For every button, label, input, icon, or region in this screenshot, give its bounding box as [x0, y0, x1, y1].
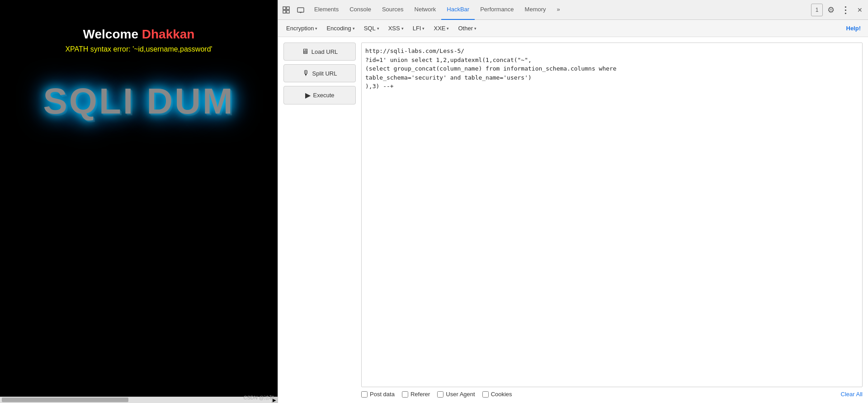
csdn-watermark: CSDN @洁和: [244, 394, 274, 401]
more-options-icon[interactable]: ⋮: [839, 4, 852, 16]
referer-checkbox-item[interactable]: Referer: [402, 391, 430, 398]
hackbar-toolbar: Encryption ▾ Encoding ▾ SQL ▾ XSS ▾ LFI …: [278, 20, 868, 37]
svg-rect-1: [287, 7, 289, 9]
load-url-button[interactable]: 🖥 Load URL: [283, 43, 356, 61]
svg-rect-0: [283, 7, 286, 9]
close-icon[interactable]: ✕: [854, 4, 866, 16]
welcome-label: Welcome: [83, 27, 138, 41]
xpath-error: XPATH syntax error: '~id,username,passwo…: [0, 45, 278, 53]
tab-count-badge[interactable]: 1: [811, 4, 823, 16]
lfi-arrow-icon: ▾: [422, 26, 425, 31]
encryption-arrow-icon: ▾: [315, 26, 317, 31]
tab-network[interactable]: Network: [409, 0, 442, 20]
welcome-container: Welcome Dhakkan: [0, 27, 278, 42]
other-arrow-icon: ▾: [474, 26, 476, 31]
hackbar-checkboxes-row: Post data Referer User Agent Cookies Cle…: [361, 391, 863, 398]
tab-elements[interactable]: Elements: [309, 0, 344, 20]
post-data-checkbox[interactable]: [361, 391, 368, 398]
encoding-arrow-icon: ▾: [353, 26, 355, 31]
user-agent-checkbox-item[interactable]: User Agent: [437, 391, 475, 398]
url-textarea[interactable]: http://sqli-labs.com/Less-5/ ?id=1' unio…: [361, 43, 863, 387]
clear-all-button[interactable]: Clear All: [841, 391, 863, 398]
menu-sql[interactable]: SQL ▾: [359, 23, 384, 33]
help-button[interactable]: Help!: [843, 23, 865, 33]
devtools-tab-bar: Elements Console Sources Network HackBar…: [278, 0, 868, 20]
hackbar-action-buttons: 🖥 Load URL 🎙 Split URL ▶ Execute: [283, 43, 356, 398]
sql-arrow-icon: ▾: [377, 26, 379, 31]
svg-rect-4: [297, 8, 304, 12]
split-url-button[interactable]: 🎙 Split URL: [283, 64, 356, 82]
sqli-logo: SQLI DUM: [0, 81, 278, 122]
cursor-icon[interactable]: [280, 4, 292, 16]
devtools-panel: Elements Console Sources Network HackBar…: [278, 0, 868, 403]
tab-hackbar[interactable]: HackBar: [441, 0, 475, 20]
browser-viewport: Welcome Dhakkan XPATH syntax error: '~id…: [0, 0, 278, 403]
tab-performance[interactable]: Performance: [475, 0, 519, 20]
menu-xxe[interactable]: XXE ▾: [429, 23, 453, 33]
svg-rect-2: [283, 10, 286, 13]
hackbar-textarea-container: http://sqli-labs.com/Less-5/ ?id=1' unio…: [361, 43, 863, 398]
settings-icon[interactable]: ⚙: [825, 4, 837, 16]
menu-other[interactable]: Other ▾: [453, 23, 481, 33]
scrollbar-thumb[interactable]: [2, 398, 128, 402]
viewport-scrollbar[interactable]: ▶: [0, 397, 278, 403]
execute-button[interactable]: ▶ Execute: [283, 86, 356, 104]
execute-icon: ▶: [305, 91, 311, 100]
load-url-icon: 🖥: [302, 47, 309, 56]
split-url-icon: 🎙: [302, 69, 310, 77]
tab-more[interactable]: »: [552, 0, 566, 20]
hackbar-content: 🖥 Load URL 🎙 Split URL ▶ Execute http://…: [278, 37, 868, 403]
svg-rect-3: [287, 10, 289, 13]
username-label: Dhakkan: [142, 27, 195, 41]
tab-sources[interactable]: Sources: [377, 0, 409, 20]
tab-console[interactable]: Console: [344, 0, 377, 20]
menu-encoding[interactable]: Encoding ▾: [322, 23, 359, 33]
devtools-tab-actions: 1 ⚙ ⋮ ✕: [811, 4, 866, 16]
menu-lfi[interactable]: LFI ▾: [408, 23, 429, 33]
menu-xss[interactable]: XSS ▾: [384, 23, 408, 33]
tab-memory[interactable]: Memory: [519, 0, 552, 20]
xss-arrow-icon: ▾: [401, 26, 404, 31]
menu-encryption[interactable]: Encryption ▾: [282, 23, 322, 33]
cookies-checkbox[interactable]: [482, 391, 489, 398]
xxe-arrow-icon: ▾: [447, 26, 449, 31]
cookies-checkbox-item[interactable]: Cookies: [482, 391, 512, 398]
responsive-icon[interactable]: [294, 4, 307, 16]
referer-checkbox[interactable]: [402, 391, 408, 398]
post-data-checkbox-item[interactable]: Post data: [361, 391, 395, 398]
user-agent-checkbox[interactable]: [437, 391, 443, 398]
